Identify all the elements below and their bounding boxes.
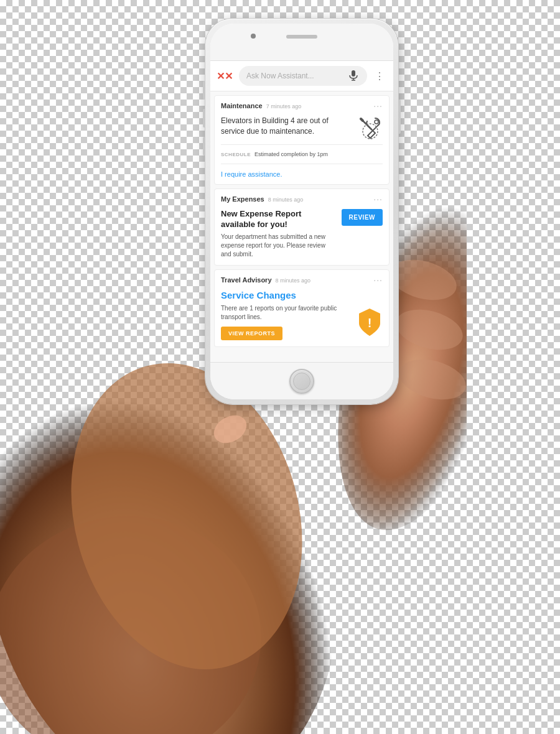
maintenance-title-wrap: Maintenance 7 minutes ago <box>221 102 301 109</box>
schedule-label: SCHEDULE <box>221 152 251 157</box>
svg-point-15 <box>363 124 378 139</box>
expenses-card-body: New Expense Report available for you! Yo… <box>215 207 389 265</box>
review-button[interactable]: REVIEW <box>342 209 383 226</box>
travel-title-wrap: Travel Advisory 8 minutes ago <box>221 276 310 284</box>
maintenance-content: Elevators in Building 4 are out of servi… <box>221 116 383 141</box>
maintenance-divider <box>221 144 383 145</box>
maintenance-description: Elevators in Building 4 are out of servi… <box>221 116 353 137</box>
maintenance-card-time: 7 minutes ago <box>266 103 302 109</box>
phone-inner: ✕✕ Ask Now Assistant... <box>210 24 393 399</box>
svg-rect-9 <box>352 70 355 77</box>
cards-container: Maintenance 7 minutes ago ··· Elevators … <box>210 95 393 347</box>
travel-text: There are 1 reports on your favorite pub… <box>221 304 352 340</box>
svg-text:!: ! <box>368 316 372 330</box>
search-placeholder: Ask Now Assistant... <box>246 72 343 80</box>
svg-line-14 <box>361 119 363 121</box>
maintenance-card-body: Elevators in Building 4 are out of servi… <box>215 113 389 184</box>
travel-card-title: Travel Advisory <box>221 276 272 284</box>
maintenance-card-header: Maintenance 7 minutes ago ··· <box>215 96 389 113</box>
svg-text:✕✕: ✕✕ <box>217 71 233 81</box>
speaker <box>286 35 317 39</box>
maintenance-tools-icon <box>358 116 383 141</box>
service-changes-title: Service Changes <box>221 290 383 300</box>
travel-description: There are 1 reports on your favorite pub… <box>221 304 352 322</box>
overflow-menu-icon[interactable]: ⋮ <box>372 69 387 83</box>
expense-main-title: New Expense Report available for you! <box>221 209 337 230</box>
maintenance-card-menu[interactable]: ··· <box>373 101 383 111</box>
maintenance-card-title: Maintenance <box>221 102 263 109</box>
phone-screen: ✕✕ Ask Now Assistant... <box>210 61 393 362</box>
app-topbar: ✕✕ Ask Now Assistant... <box>210 61 393 91</box>
maintenance-card: Maintenance 7 minutes ago ··· Elevators … <box>214 95 390 185</box>
expenses-card-title: My Expenses <box>221 195 264 203</box>
expenses-card-header: My Expenses 8 minutes ago ··· <box>215 189 389 207</box>
phone-outer-shell: ✕✕ Ask Now Assistant... <box>205 19 398 404</box>
microphone-icon[interactable] <box>347 70 360 82</box>
search-bar[interactable]: Ask Now Assistant... <box>239 66 367 86</box>
travel-card-time: 8 minutes ago <box>276 277 311 284</box>
expenses-card: My Expenses 8 minutes ago ··· New Expens… <box>214 188 390 266</box>
front-camera <box>251 34 256 39</box>
travel-content: There are 1 reports on your favorite pub… <box>221 304 383 340</box>
expenses-title-wrap: My Expenses 8 minutes ago <box>221 195 303 203</box>
app-logo: ✕✕ <box>217 70 234 82</box>
phone-top-bezel <box>210 24 393 61</box>
schedule-row: SCHEDULE Estimated completion by 1pm <box>221 149 383 160</box>
assistance-link[interactable]: I require assistance. <box>221 168 383 178</box>
svg-point-12 <box>375 120 378 124</box>
travel-card-body: Service Changes There are 1 reports on y… <box>215 287 389 346</box>
expense-text-wrap: New Expense Report available for you! Yo… <box>221 209 337 259</box>
expenses-card-menu[interactable]: ··· <box>373 194 383 204</box>
travel-card-menu[interactable]: ··· <box>373 275 383 285</box>
home-button[interactable] <box>289 369 314 394</box>
phone: ✕✕ Ask Now Assistant... <box>205 19 398 404</box>
maintenance-divider-2 <box>221 164 383 164</box>
phone-bottom-bezel <box>210 362 393 399</box>
home-button-inner <box>293 373 310 390</box>
travel-card-header: Travel Advisory 8 minutes ago ··· <box>215 270 389 287</box>
expenses-card-time: 8 minutes ago <box>268 197 304 203</box>
warning-shield-icon: ! <box>357 309 383 335</box>
travel-advisory-card: Travel Advisory 8 minutes ago ··· Servic… <box>214 269 390 347</box>
view-reports-button[interactable]: VIEW REPORTS <box>221 327 282 340</box>
expense-description: Your department has submitted a new expe… <box>221 233 337 259</box>
expense-content: New Expense Report available for you! Yo… <box>221 209 383 259</box>
schedule-value: Estimated completion by 1pm <box>254 151 328 157</box>
